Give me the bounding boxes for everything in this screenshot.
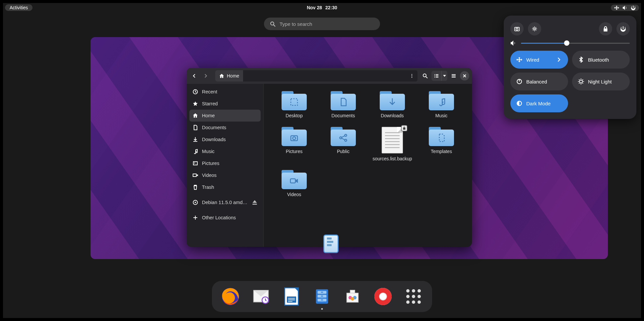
- sidebar-separator: [189, 208, 261, 212]
- search-input[interactable]: [280, 21, 374, 27]
- folder-music[interactable]: Music: [417, 91, 466, 118]
- nav-forward-button[interactable]: [201, 71, 211, 81]
- path-bar[interactable]: Home: [215, 70, 418, 81]
- gear-icon: [532, 26, 538, 32]
- toggle-wired[interactable]: Wired: [510, 51, 568, 69]
- folder-desktop[interactable]: Desktop: [270, 91, 319, 118]
- folder-downloads[interactable]: Downloads: [368, 91, 417, 118]
- svg-rect-8: [193, 162, 197, 165]
- pictures-icon: [193, 161, 198, 166]
- sidebar-item-label: Music: [202, 149, 215, 154]
- file-label: Pictures: [286, 149, 303, 154]
- volume-slider[interactable]: [521, 43, 630, 44]
- dash-app-firefox[interactable]: [221, 287, 240, 306]
- file-label: Downloads: [381, 113, 404, 118]
- dash-app-software[interactable]: [343, 287, 362, 306]
- folder-icon: [282, 91, 307, 110]
- dash-app-files[interactable]: [312, 287, 332, 306]
- dash-show-apps[interactable]: [404, 287, 423, 306]
- files-content[interactable]: Desktop Documents Downloads: [264, 84, 472, 247]
- path-menu-button[interactable]: [406, 74, 418, 78]
- folder-icon: [380, 91, 405, 110]
- clock-icon: [193, 89, 198, 94]
- toggle-night-light[interactable]: Night Light: [572, 73, 630, 90]
- folder-pictures[interactable]: Pictures: [270, 127, 319, 161]
- sidebar-item-label: Starred: [202, 101, 218, 106]
- svg-point-24: [580, 80, 583, 83]
- window-preview-files[interactable]: [323, 235, 339, 253]
- chevron-right-icon[interactable]: [556, 57, 562, 63]
- files-grid: Desktop Documents Downloads: [270, 91, 466, 197]
- sidebar-item-pictures[interactable]: Pictures: [189, 157, 261, 169]
- sidebar-item-label: Recent: [202, 89, 217, 94]
- lock-button[interactable]: [599, 22, 612, 35]
- folder-public[interactable]: Public: [319, 127, 368, 161]
- search-icon: [270, 21, 276, 27]
- sidebar-item-videos[interactable]: Videos: [189, 169, 261, 181]
- power-icon: [631, 5, 636, 10]
- folder-icon: [331, 91, 356, 110]
- dash-app-evolution[interactable]: [251, 287, 271, 306]
- hamburger-menu-button[interactable]: [449, 71, 459, 81]
- toggle-label: Bluetooth: [588, 57, 609, 63]
- sidebar-item-recent[interactable]: Recent: [189, 86, 261, 98]
- lock-icon: [603, 26, 609, 32]
- quick-toggles-grid: Wired Bluetooth Balanced Night Light Dar…: [510, 51, 630, 112]
- folder-documents[interactable]: Documents: [319, 91, 368, 118]
- svg-point-41: [351, 297, 354, 300]
- sidebar-item-other-locations[interactable]: Other Locations: [189, 212, 261, 224]
- sidebar-item-music[interactable]: Music: [189, 145, 261, 157]
- settings-button[interactable]: [528, 22, 541, 35]
- toggle-bluetooth[interactable]: Bluetooth: [572, 51, 630, 69]
- file-label: Documents: [332, 113, 355, 118]
- folder-templates[interactable]: Templates: [417, 127, 466, 161]
- sidebar-item-home[interactable]: Home: [189, 110, 261, 122]
- power-button[interactable]: [616, 22, 630, 35]
- close-window-button[interactable]: [460, 71, 469, 80]
- files-app-icon: [314, 287, 330, 306]
- clock[interactable]: Nov 28 22:30: [307, 5, 337, 10]
- file-label: Music: [435, 113, 448, 118]
- readonly-emblem: [402, 126, 407, 131]
- music-icon: [193, 149, 198, 154]
- screenshot-button[interactable]: [510, 22, 524, 35]
- svg-point-5: [423, 74, 426, 77]
- toggle-label: Wired: [526, 57, 539, 63]
- file-sources-list-backup[interactable]: sources.list.backup: [368, 127, 417, 161]
- file-label: Desktop: [286, 113, 302, 118]
- file-label: Public: [337, 149, 350, 154]
- list-view-button[interactable]: [431, 71, 441, 81]
- status-area[interactable]: [611, 5, 639, 11]
- folder-icon: [282, 170, 307, 189]
- sidebar-item-documents[interactable]: Documents: [189, 122, 261, 134]
- download-icon: [193, 137, 198, 142]
- dash-app-writer[interactable]: [282, 287, 301, 306]
- activities-button[interactable]: Activities: [5, 4, 32, 11]
- quick-settings-top-row: [510, 22, 630, 35]
- folder-icon: [282, 127, 307, 146]
- search-button[interactable]: [420, 71, 430, 81]
- toggle-power-profile[interactable]: Balanced: [510, 73, 568, 90]
- network-icon: [614, 5, 619, 10]
- svg-point-9: [194, 163, 195, 164]
- overview-search[interactable]: [264, 18, 380, 30]
- path-segment-home[interactable]: Home: [215, 70, 243, 81]
- night-light-icon: [578, 79, 584, 84]
- toggle-dark-mode[interactable]: Dark Mode: [510, 94, 568, 112]
- sidebar-item-trash[interactable]: Trash: [189, 181, 261, 193]
- sidebar-item-disk[interactable]: Debian 11.5.0 amd6…: [189, 196, 261, 208]
- volume-icon: [622, 5, 627, 10]
- volume-slider-row: [510, 40, 630, 46]
- sidebar-item-downloads[interactable]: Downloads: [189, 134, 261, 145]
- folder-videos[interactable]: Videos: [270, 170, 319, 197]
- view-options-button[interactable]: [441, 71, 447, 81]
- dash-app-help[interactable]: [373, 287, 393, 306]
- eject-icon[interactable]: [252, 200, 257, 205]
- nav-back-button[interactable]: [189, 71, 199, 81]
- sidebar-item-starred[interactable]: Starred: [189, 98, 261, 110]
- path-segment-label: Home: [227, 73, 239, 79]
- svg-rect-38: [321, 299, 323, 300]
- document-icon: [193, 125, 198, 130]
- file-label: Videos: [287, 192, 301, 197]
- apps-grid-icon: [406, 289, 421, 304]
